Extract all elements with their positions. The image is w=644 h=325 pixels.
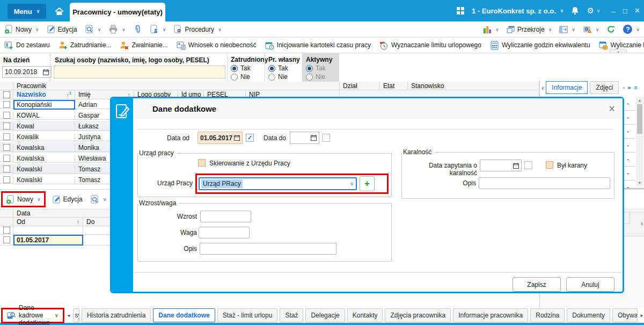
cell-nazwisko[interactable]: Kowalska xyxy=(13,155,75,163)
row-checkbox[interactable] xyxy=(3,101,10,108)
active-window-tab[interactable]: Pracownicy - umowy(etaty) xyxy=(70,3,165,21)
row-checkbox[interactable] xyxy=(3,112,10,119)
bell-icon[interactable] xyxy=(571,6,579,15)
col-header-etat[interactable]: Etat xyxy=(380,82,408,90)
panel-scrollbar[interactable]: ▲ ▼ xyxy=(636,97,643,186)
tab-zdjecia-pracownika[interactable]: Zdjęcia pracownika xyxy=(385,308,451,322)
tabs-scroll-left-icon[interactable]: ◄ xyxy=(621,85,625,90)
tab-obywatelstwa[interactable]: Obywatelstwa xyxy=(612,308,638,322)
detail-cell-od[interactable]: 01.05.2017 xyxy=(13,235,83,245)
pr-wlasny-nie-option[interactable]: Nie xyxy=(268,73,303,81)
close-button[interactable]: × xyxy=(635,6,640,16)
section-selector[interactable]: Dane kadrowe dodatkowe ∨ xyxy=(1,308,64,323)
data-zapytania-input[interactable] xyxy=(480,160,522,171)
cell-nazwisko[interactable]: Kowalska xyxy=(13,144,75,152)
tab-informacje-pracownika[interactable]: Informacje pracownika xyxy=(453,308,528,322)
search-input[interactable] xyxy=(54,66,225,78)
tab-zdjecia[interactable]: Zdjęci xyxy=(590,81,619,94)
edit-button[interactable]: Edycja xyxy=(47,25,77,34)
detail-new-button[interactable]: Nowy∨ xyxy=(1,191,46,207)
waga-input[interactable] xyxy=(199,227,250,239)
print-button[interactable]: ∨ xyxy=(108,25,126,34)
row-checkbox[interactable] xyxy=(3,133,10,140)
row-checkbox[interactable] xyxy=(3,155,10,162)
menu-button[interactable]: Menu∨ xyxy=(8,4,46,19)
tabs-menu-icon[interactable]: ≡ xyxy=(634,84,637,91)
data-zapytania-checkbox[interactable] xyxy=(524,161,532,169)
save-button[interactable]: Zapisz xyxy=(513,277,561,292)
maximize-button[interactable]: □ xyxy=(623,7,627,15)
tab-staz[interactable]: Staż xyxy=(280,308,303,322)
data-do-checkbox[interactable] xyxy=(322,134,330,142)
group-header-pracownik[interactable]: Pracownik xyxy=(13,82,340,90)
help-button[interactable]: ? ∨ xyxy=(623,25,640,34)
tabs-scroll-right-icon[interactable]: ► xyxy=(627,85,632,90)
zatrudniony-tak-option[interactable]: Tak xyxy=(231,64,265,72)
pr-wlasny-tak-option[interactable]: Tak xyxy=(268,64,303,72)
row-checkbox[interactable] xyxy=(3,122,10,129)
apps-grid-icon[interactable] xyxy=(457,7,464,15)
new-button[interactable]: Nowy∨ xyxy=(4,25,39,34)
tab-informacje[interactable]: Informacje xyxy=(546,81,588,94)
detail-search-button[interactable]: ∨ xyxy=(90,195,107,204)
cell-nazwisko[interactable]: Kowal xyxy=(13,122,75,131)
tab-dokumenty[interactable]: Dokumenty xyxy=(567,308,610,322)
do-zestawu-button[interactable]: Do zestawu xyxy=(4,41,50,50)
scroll-up-icon[interactable]: ▲ xyxy=(636,97,643,103)
panel-layout-button[interactable]: ∨ xyxy=(559,25,575,34)
col-header-dzial[interactable]: Dział xyxy=(340,82,380,90)
cell-nazwisko[interactable]: Konopiański xyxy=(13,100,75,110)
detail-edit-button[interactable]: Edycja xyxy=(52,195,83,204)
cross-sections-button[interactable]: Przekroje∨ xyxy=(507,25,552,34)
zatrudniony-nie-option[interactable]: Nie xyxy=(231,73,265,81)
chart-button[interactable]: ∨ xyxy=(483,25,499,34)
home-button[interactable] xyxy=(50,4,68,19)
cancel-button[interactable]: Anuluj xyxy=(566,277,614,292)
collapse-panel-icon[interactable]: ‹ xyxy=(541,84,544,92)
tab-rodzina[interactable]: Rodzina xyxy=(530,308,565,322)
zwalnianie-button[interactable]: Zwalnianie... xyxy=(120,41,167,50)
tabs-scroll-left-icon[interactable]: ◄ xyxy=(67,313,71,318)
tab-partial[interactable]: sy xyxy=(73,308,79,322)
wniosek-button[interactable]: Wniosek o nieobecność xyxy=(177,41,257,50)
view-settings-button[interactable]: ∨ xyxy=(583,25,599,34)
cell-nazwisko[interactable]: Kowalski xyxy=(13,165,75,174)
row-checkbox[interactable] xyxy=(3,176,10,183)
cell-nazwisko[interactable]: KOWAL xyxy=(13,112,75,120)
collapse-panel-icon[interactable]: ‹ xyxy=(641,220,643,227)
data-do-input[interactable] xyxy=(290,132,319,144)
company-selector[interactable]: 1 - EuroKonkret sp. z o.o.∨ xyxy=(472,7,564,15)
search-menu-button[interactable]: ∨ xyxy=(85,25,101,34)
tab-staz-limit-urlopu[interactable]: Staż - limit urlopu xyxy=(217,308,278,322)
skierowanie-checkbox[interactable] xyxy=(198,159,206,167)
scroll-down-icon[interactable]: ▼ xyxy=(636,179,643,186)
cell-nazwisko[interactable]: Kowalski xyxy=(13,176,75,184)
export-person-button[interactable]: ∨ xyxy=(150,25,166,34)
attachment-button[interactable] xyxy=(133,25,142,34)
byl-karany-checkbox[interactable] xyxy=(546,161,553,169)
row-checkbox[interactable] xyxy=(3,236,10,243)
tab-kontakty[interactable]: Kontakty xyxy=(347,308,383,322)
tab-delegacje[interactable]: Delegacje xyxy=(305,308,345,322)
zatrudnianie-button[interactable]: Zatrudnianie... xyxy=(58,41,112,50)
godziny-ekwiwalentu-button[interactable]: Wyliczanie godzin ekwiwalentu xyxy=(490,41,590,50)
add-urzad-button[interactable]: + xyxy=(360,176,375,191)
procedures-button[interactable]: Procedury∨ xyxy=(173,25,221,34)
detail-col-od[interactable]: Od↑ xyxy=(13,218,83,226)
scrollbar-thumb[interactable] xyxy=(637,104,642,134)
wzrost-input[interactable] xyxy=(200,211,251,222)
data-od-input[interactable]: 01.05.2017 xyxy=(197,132,243,144)
row-checkbox[interactable] xyxy=(3,165,10,172)
cell-nazwisko[interactable]: Kowalik xyxy=(13,133,75,141)
tab-dane-dodatkowe[interactable]: Dane dodatkowe xyxy=(153,308,215,322)
tabs-scroll-right-icon[interactable]: ► xyxy=(640,313,644,318)
urzad-pracy-combobox[interactable]: Urząd PRacy ∨ xyxy=(199,177,357,190)
select-all-cell[interactable] xyxy=(0,90,13,99)
kwota-ekwiwalentu-button[interactable]: Wyliczanie kwoty ekwiwalentu xyxy=(599,41,644,50)
karalnosc-opis-input[interactable] xyxy=(479,177,610,189)
minimize-button[interactable]: – xyxy=(611,6,615,16)
settings-menu[interactable]: ⚙∨ xyxy=(587,6,600,16)
limit-urlopowy-button[interactable]: Wyznaczanie limitu urlopowego xyxy=(379,41,481,50)
row-checkbox[interactable] xyxy=(3,144,10,151)
tab-historia-zatrudnienia[interactable]: Historia zatrudnienia xyxy=(82,308,151,322)
